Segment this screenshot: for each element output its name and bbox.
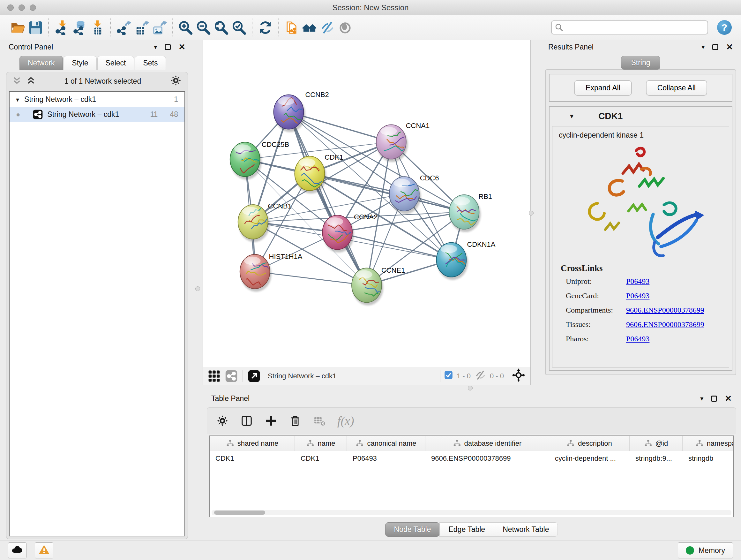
column-header-database-identifier[interactable]: database identifier xyxy=(425,436,549,451)
import-network-database-button[interactable] xyxy=(71,18,88,37)
clone-network-button[interactable] xyxy=(282,18,300,37)
horizontal-scrollbar[interactable] xyxy=(212,510,731,515)
scrollbar-thumb[interactable] xyxy=(214,510,265,515)
crosslink-label: Pharos: xyxy=(561,334,626,343)
tree-expand-icon[interactable]: ▾ xyxy=(16,96,19,104)
open-file-button[interactable] xyxy=(9,18,26,37)
collapse-all-button[interactable]: Collapse All xyxy=(646,80,707,96)
crosslink-link[interactable]: P06493 xyxy=(626,277,650,286)
tab-select[interactable]: Select xyxy=(97,56,134,70)
import-table-file-button[interactable] xyxy=(88,18,106,37)
network-node-CCNA2[interactable] xyxy=(322,215,354,253)
network-row[interactable]: ● String Network – cdk1 11 48 xyxy=(10,107,185,122)
panel-close-icon[interactable]: ✕ xyxy=(179,42,185,52)
network-node-CDC25B[interactable] xyxy=(230,142,262,179)
zoom-selected-button[interactable] xyxy=(230,18,248,37)
selected-checkbox-icon[interactable] xyxy=(444,371,453,381)
minimize-window-button[interactable] xyxy=(18,4,25,11)
network-node-CDK1[interactable] xyxy=(294,156,326,193)
panel-float-icon[interactable] xyxy=(712,44,718,50)
import-network-file-button[interactable] xyxy=(53,18,71,37)
zoom-out-button[interactable] xyxy=(194,18,212,37)
tab-network[interactable]: Network xyxy=(19,56,63,70)
network-options-gear-icon[interactable] xyxy=(170,74,182,88)
network-canvas[interactable]: CCNB2CCNA1CDC25BCDK1CDC6RB1CCNB1CCNA2CDK… xyxy=(203,40,530,367)
panel-collapse-icon[interactable]: ▾ xyxy=(700,395,703,402)
network-edge-HIST1H1A-CCNE1[interactable] xyxy=(255,272,367,286)
column-header-shared-name[interactable]: shared name xyxy=(210,436,295,451)
right-splitter-handle[interactable] xyxy=(529,211,534,215)
grid-view-icon[interactable] xyxy=(208,370,220,382)
string-view-icon[interactable] xyxy=(225,370,238,382)
panel-close-icon[interactable]: ✕ xyxy=(725,394,732,403)
gene-entry-header[interactable]: ▾ CDK1 xyxy=(549,107,732,125)
open-in-window-icon[interactable] xyxy=(248,370,260,382)
expand-all-networks-button[interactable] xyxy=(26,75,36,87)
panel-collapse-icon[interactable]: ▾ xyxy=(701,43,704,51)
table-options-gear-icon[interactable] xyxy=(216,415,229,427)
panel-float-icon[interactable] xyxy=(711,395,717,401)
crosslink-label: Compartments: xyxy=(561,306,626,314)
crosslink-link[interactable]: P06493 xyxy=(626,292,650,300)
birds-eye-view-icon[interactable] xyxy=(512,368,525,384)
export-table-button[interactable] xyxy=(132,18,150,37)
column-header-description[interactable]: description xyxy=(549,436,630,451)
network-node-CCNB2[interactable] xyxy=(274,95,306,132)
show-all-button[interactable] xyxy=(336,18,354,37)
zoom-fit-button[interactable] xyxy=(212,18,230,37)
network-node-CCNA1[interactable] xyxy=(376,125,408,162)
panel-collapse-icon[interactable]: ▾ xyxy=(154,43,157,51)
left-splitter-handle[interactable] xyxy=(195,287,200,291)
zoom-in-button[interactable] xyxy=(177,18,194,37)
refresh-view-button[interactable] xyxy=(256,18,274,37)
crosslink-link[interactable]: 9606.ENSP00000378699 xyxy=(626,306,704,314)
column-header-@id[interactable]: @id xyxy=(630,436,683,451)
column-header-namespace[interactable]: namespace xyxy=(683,436,734,451)
show-columns-icon[interactable] xyxy=(240,415,253,427)
first-neighbors-button[interactable] xyxy=(300,18,318,37)
tab-network-table[interactable]: Network Table xyxy=(494,522,558,537)
help-button[interactable]: ? xyxy=(717,20,732,35)
export-network-button[interactable] xyxy=(115,18,132,37)
network-node-CDC6[interactable] xyxy=(389,177,423,214)
column-header-canonical-name[interactable]: canonical name xyxy=(347,436,425,451)
search-input[interactable] xyxy=(566,23,705,32)
maximize-window-button[interactable] xyxy=(30,4,36,11)
crosslink-link[interactable]: 9606.ENSP00000378699 xyxy=(626,320,704,329)
warnings-button[interactable] xyxy=(35,543,53,558)
crosslink-label: GeneCard: xyxy=(561,292,626,300)
panel-float-icon[interactable] xyxy=(165,44,171,50)
cloud-button[interactable] xyxy=(8,543,26,558)
network-node-RB1[interactable] xyxy=(449,195,481,232)
close-window-button[interactable] xyxy=(7,4,14,11)
tab-edge-table[interactable]: Edge Table xyxy=(440,522,494,537)
tab-sets[interactable]: Sets xyxy=(135,56,166,70)
hide-selected-button[interactable] xyxy=(318,18,336,37)
network-node-CDKN1A[interactable] xyxy=(436,243,469,280)
network-collection-row[interactable]: ▾ String Network – cdk1 1 xyxy=(10,92,185,107)
network-node-CCNB1[interactable] xyxy=(238,204,270,242)
delete-column-trash-icon[interactable] xyxy=(289,415,301,427)
export-image-button[interactable] xyxy=(150,18,168,37)
tab-string[interactable]: String xyxy=(621,56,660,70)
network-edge-count: 48 xyxy=(170,110,178,119)
bottom-splitter-handle[interactable] xyxy=(468,386,473,390)
search-box[interactable] xyxy=(551,20,708,35)
panel-close-icon[interactable]: ✕ xyxy=(726,42,733,52)
network-node-HIST1H1A[interactable] xyxy=(240,254,273,292)
tab-node-table[interactable]: Node Table xyxy=(385,522,440,537)
create-column-icon[interactable] xyxy=(265,415,277,427)
gene-collapse-icon[interactable]: ▾ xyxy=(570,112,574,120)
table-row[interactable]: CDK1CDK1P064939606.ENSP00000378699cyclin… xyxy=(210,451,733,466)
hide-selected-icon xyxy=(320,20,335,35)
network-node-CCNE1[interactable] xyxy=(352,268,383,306)
save-session-button[interactable] xyxy=(26,18,44,37)
memory-button[interactable]: Memory xyxy=(678,543,733,558)
collapse-all-networks-button[interactable] xyxy=(12,75,22,87)
tab-style[interactable]: Style xyxy=(64,56,96,70)
crosslink-link[interactable]: P06493 xyxy=(626,334,650,343)
column-header-name[interactable]: name xyxy=(295,436,347,451)
gene-entry-body: cyclin-dependent kinase 1 xyxy=(552,126,729,368)
expand-all-button[interactable]: Expand All xyxy=(574,80,632,96)
network-edge-CDK1-RB1[interactable] xyxy=(310,173,464,212)
